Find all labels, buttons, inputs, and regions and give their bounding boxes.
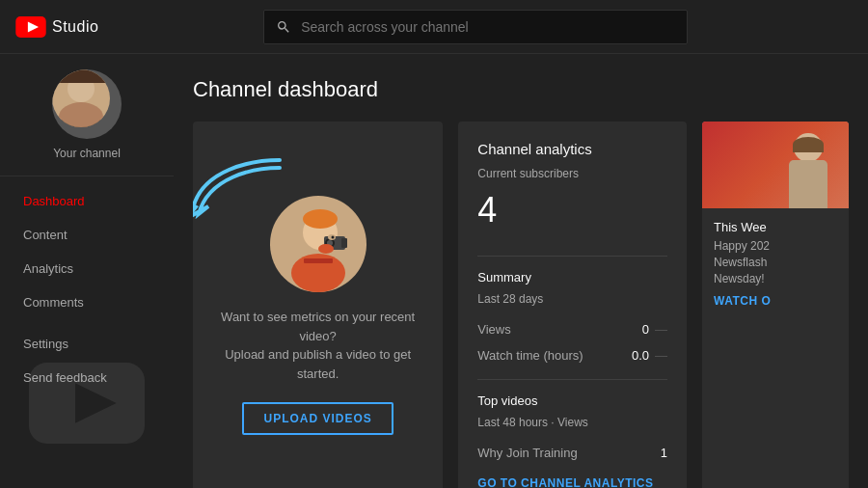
watchtime-stat-row: Watch time (hours) 0.0 — xyxy=(477,345,667,366)
views-value: 0 — xyxy=(642,322,667,337)
avatar-face xyxy=(52,69,110,127)
channel-name-label: Your channel xyxy=(53,147,121,160)
logo-area[interactable]: Studio xyxy=(15,16,98,38)
channel-analytics-card: Channel analytics Current subscribers 4 … xyxy=(458,122,687,488)
views-number: 0 xyxy=(642,322,649,337)
watchtime-value: 0.0 — xyxy=(632,348,667,363)
video-card-inner: Want to see metrics on your recent video… xyxy=(193,122,443,488)
sidebar-item-analytics[interactable]: Analytics xyxy=(0,252,174,285)
dashboard-label: Dashboard xyxy=(23,194,85,208)
watchtime-number: 0.0 xyxy=(632,348,649,363)
analytics-label: Analytics xyxy=(23,261,73,276)
svg-rect-7 xyxy=(304,258,333,263)
svg-rect-13 xyxy=(341,238,347,248)
svg-point-14 xyxy=(318,244,334,254)
studio-label: Studio xyxy=(52,18,98,36)
sidebar-item-settings[interactable]: Settings xyxy=(0,327,174,361)
empty-state-text: Want to see metrics on your recent video… xyxy=(212,308,423,383)
views-label: Views xyxy=(477,322,510,337)
youtube-watermark xyxy=(29,363,145,478)
main-layout: Your channel Dashboard Content Analytics… xyxy=(0,54,868,488)
analytics-card-title: Channel analytics xyxy=(477,141,667,157)
go-to-analytics-link[interactable]: GO TO CHANNEL ANALYTICS xyxy=(477,476,667,488)
sidebar: Your channel Dashboard Content Analytics… xyxy=(0,54,174,488)
page-title: Channel dashboard xyxy=(193,77,849,102)
views-dash: — xyxy=(655,322,667,337)
views-stat-row: Views 0 — xyxy=(477,319,667,339)
content-area: Channel dashboard xyxy=(174,54,868,488)
top-video-views: 1 xyxy=(661,446,667,460)
creator-card-thumbnail xyxy=(702,122,849,208)
watchtime-dash: — xyxy=(655,348,667,363)
svg-point-16 xyxy=(331,236,334,239)
arrow-icon xyxy=(193,150,289,228)
summary-header: Summary xyxy=(477,270,667,285)
creator-description: Happy 202NewsflashNewsday! xyxy=(714,238,837,286)
comments-label: Comments xyxy=(23,295,84,310)
top-videos-header: Top videos xyxy=(477,393,667,408)
settings-label: Settings xyxy=(23,337,68,351)
avatar xyxy=(52,69,122,139)
divider-2 xyxy=(477,379,667,380)
creator-card: This Wee Happy 202NewsflashNewsday! WATC… xyxy=(702,122,849,488)
arrow-graphic xyxy=(193,150,289,231)
search-icon xyxy=(276,19,291,35)
recent-video-card: Want to see metrics on your recent video… xyxy=(193,122,443,488)
creator-week-label: This Wee xyxy=(714,220,837,234)
sidebar-item-comments[interactable]: Comments xyxy=(0,285,174,319)
top-video-row: Why Join Training 1 xyxy=(477,443,667,463)
sidebar-item-dashboard[interactable]: Dashboard xyxy=(0,184,174,218)
summary-period: Last 28 days xyxy=(477,292,667,306)
upload-videos-button[interactable]: UPLOAD VIDEOS xyxy=(242,402,393,435)
channel-info: Your channel xyxy=(0,69,174,176)
divider-1 xyxy=(477,256,667,257)
cards-row: Want to see metrics on your recent video… xyxy=(193,122,849,488)
creator-card-content: This Wee Happy 202NewsflashNewsday! WATC… xyxy=(702,208,849,488)
subscribers-label: Current subscribers xyxy=(477,167,667,180)
watchtime-label: Watch time (hours) xyxy=(477,348,583,363)
watch-link[interactable]: WATCH O xyxy=(714,294,837,308)
sidebar-item-content[interactable]: Content xyxy=(0,218,174,252)
content-label: Content xyxy=(23,228,68,242)
empty-line1: Want to see metrics on your recent video… xyxy=(221,310,415,343)
svg-point-9 xyxy=(303,209,338,229)
youtube-logo-icon xyxy=(15,16,46,38)
top-videos-period: Last 48 hours · Views xyxy=(477,416,667,429)
top-nav: Studio xyxy=(0,0,868,54)
subscriber-count: 4 xyxy=(477,190,667,230)
empty-line2: Upload and publish a video to get starte… xyxy=(225,347,411,381)
search-bar[interactable] xyxy=(263,10,688,44)
search-input[interactable] xyxy=(301,19,675,35)
top-video-name: Why Join Training xyxy=(477,446,577,460)
